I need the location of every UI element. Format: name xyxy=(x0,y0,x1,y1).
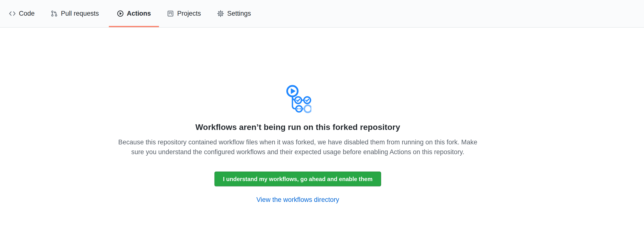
play-icon xyxy=(117,10,124,17)
page: Code Pull requests Actions xyxy=(0,0,644,231)
view-workflows-directory-link[interactable]: View the workflows directory xyxy=(256,196,339,203)
tab-pull-requests[interactable]: Pull requests xyxy=(43,0,107,27)
project-icon xyxy=(167,10,174,17)
empty-state-title: Workflows aren’t being run on this forke… xyxy=(0,121,596,133)
tab-settings-label: Settings xyxy=(227,10,251,17)
repo-tab-bar: Code Pull requests Actions xyxy=(0,0,644,28)
tab-code[interactable]: Code xyxy=(1,0,43,27)
actions-empty-state: Workflows aren’t being run on this forke… xyxy=(0,85,596,205)
link-row: View the workflows directory xyxy=(0,195,596,205)
workflow-illustration-icon xyxy=(284,85,311,114)
tab-settings[interactable]: Settings xyxy=(209,0,259,27)
tab-projects-label: Projects xyxy=(177,10,201,17)
tab-pull-requests-label: Pull requests xyxy=(61,10,99,17)
enable-workflows-button[interactable]: I understand my workflows, go ahead and … xyxy=(214,171,381,186)
tab-code-label: Code xyxy=(19,10,34,17)
tab-projects[interactable]: Projects xyxy=(159,0,209,27)
empty-state-description: Because this repository contained workfl… xyxy=(0,137,596,157)
tab-actions-label: Actions xyxy=(127,10,151,17)
code-icon xyxy=(9,10,16,17)
tab-actions[interactable]: Actions xyxy=(109,0,159,27)
git-pull-request-icon xyxy=(51,10,58,17)
gear-icon xyxy=(218,10,224,17)
button-row: I understand my workflows, go ahead and … xyxy=(0,171,596,186)
